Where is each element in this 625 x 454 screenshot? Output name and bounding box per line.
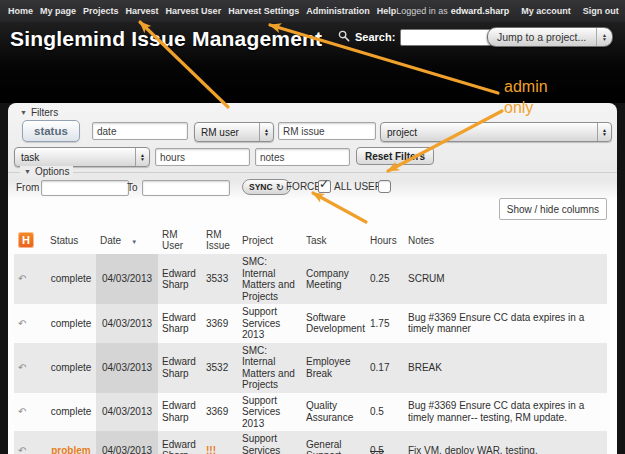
sync-button[interactable]: SYNC ↻ bbox=[242, 179, 291, 195]
cell-rm-user: Edward Sharp bbox=[158, 393, 202, 432]
column-header-date[interactable]: Date▼ bbox=[96, 226, 158, 254]
cell-project: Support Services 2013 bbox=[238, 304, 302, 343]
cell-rm-issue: 3369 bbox=[202, 304, 238, 343]
cell-rm-user: Edward Sharp bbox=[158, 254, 202, 304]
cell-hours: 0.5 bbox=[366, 431, 404, 454]
column-header-status[interactable]: Status bbox=[46, 226, 96, 254]
notes-filter-input[interactable] bbox=[255, 148, 350, 166]
cell-status: complete bbox=[46, 304, 96, 343]
row-sync-icon[interactable]: ↶ bbox=[18, 318, 26, 329]
cell-status: complete bbox=[46, 343, 96, 393]
filters-section-label: Filters bbox=[31, 107, 58, 118]
cell-project: SMC: Internal Matters and Projects bbox=[238, 254, 302, 304]
nav-administration[interactable]: Administration bbox=[306, 6, 370, 16]
nav-sign-out[interactable]: Sign out bbox=[583, 6, 619, 16]
show-hide-columns-button[interactable]: Show / hide columns bbox=[499, 198, 607, 220]
cell-project: Support Services 2013 bbox=[238, 431, 302, 454]
table-row[interactable]: ↶ complete 04/03/2013 Edward Sharp 3369 … bbox=[14, 304, 607, 343]
from-date-input[interactable] bbox=[41, 180, 129, 196]
page: Home My page Projects Harvest Harvest Us… bbox=[0, 0, 625, 454]
table-row[interactable]: ↶ complete 04/03/2013 Edward Sharp 3532 … bbox=[14, 343, 607, 393]
filters-section-toggle[interactable]: ▼ Filters bbox=[20, 107, 58, 118]
cell-status: problem bbox=[46, 431, 96, 454]
cell-task: Company Meeting bbox=[302, 254, 366, 304]
column-header-project[interactable]: Project bbox=[238, 226, 302, 254]
table-row[interactable]: ↶ complete 04/03/2013 Edward Sharp 3533 … bbox=[14, 254, 607, 304]
cell-task: General Support bbox=[302, 431, 366, 454]
cell-date: 04/03/2013 bbox=[96, 393, 158, 432]
nav-my-page[interactable]: My page bbox=[40, 6, 76, 16]
nav-harvest-user[interactable]: Harvest User bbox=[166, 6, 222, 16]
sync-refresh-icon: ↻ bbox=[276, 182, 284, 193]
select-arrows-icon: ▲▼ bbox=[596, 28, 612, 46]
nav-my-account[interactable]: My account bbox=[521, 6, 571, 16]
task-filter-select[interactable]: task ▲▼ bbox=[14, 147, 150, 167]
to-label: To bbox=[127, 182, 138, 193]
cell-date: 04/03/2013 bbox=[96, 304, 158, 343]
options-section-toggle[interactable]: ▼ Options bbox=[20, 166, 73, 177]
select-arrows-icon: ▲▼ bbox=[259, 123, 273, 141]
page-title: Singlemind Issue Management bbox=[10, 27, 322, 51]
nav-harvest-settings[interactable]: Harvest Settings bbox=[228, 6, 299, 16]
cell-rm-user: Edward Sharp bbox=[158, 304, 202, 343]
content-panel: ▼ Filters status RM user ▲▼ project ▲▼ t… bbox=[8, 103, 617, 454]
rm-user-filter-select[interactable]: RM user ▲▼ bbox=[194, 122, 274, 142]
logged-in-status: Logged in asedward.sharp bbox=[396, 6, 509, 16]
select-arrows-icon: ▲▼ bbox=[597, 123, 611, 141]
column-header-rm-issue[interactable]: RM Issue bbox=[202, 226, 238, 254]
hours-filter-input[interactable] bbox=[155, 148, 250, 166]
table-row[interactable]: ↶ problem 04/03/2013 Edward Sharp !!! Su… bbox=[14, 431, 607, 454]
nav-home[interactable]: Home bbox=[8, 6, 33, 16]
to-date-input[interactable] bbox=[142, 180, 230, 196]
cell-hours: 0.17 bbox=[366, 343, 404, 393]
jump-to-project-value: Jump to a project... bbox=[488, 31, 596, 43]
cell-project: SMC: Internal Matters and Projects bbox=[238, 343, 302, 393]
table-row[interactable]: ↶ complete 04/03/2013 Edward Sharp 3369 … bbox=[14, 393, 607, 432]
top-nav: Home My page Projects Harvest Harvest Us… bbox=[0, 0, 625, 22]
nav-harvest[interactable]: Harvest bbox=[126, 6, 159, 16]
project-filter-select[interactable]: project ▲▼ bbox=[380, 122, 612, 142]
nav-menu: Home My page Projects Harvest Harvest Us… bbox=[8, 6, 396, 16]
cell-rm-issue: 3369 bbox=[202, 393, 238, 432]
cell-hours: 0.5 bbox=[366, 393, 404, 432]
cell-rm-issue: !!! bbox=[202, 431, 238, 454]
date-filter-input[interactable] bbox=[92, 122, 188, 140]
time-entries-table: H Status Date▼ RM User RM Issue Project … bbox=[14, 226, 607, 454]
cell-project: Support Services 2013 bbox=[238, 393, 302, 432]
column-header-notes[interactable]: Notes bbox=[404, 226, 607, 254]
nav-projects[interactable]: Projects bbox=[83, 6, 119, 16]
sort-desc-icon: ▼ bbox=[131, 239, 137, 245]
column-header-rm-user[interactable]: RM User bbox=[158, 226, 202, 254]
cell-task: Quality Assurance bbox=[302, 393, 366, 432]
force-checkbox[interactable] bbox=[318, 180, 331, 193]
options-section-label: Options bbox=[35, 166, 69, 177]
column-header-task[interactable]: Task bbox=[302, 226, 366, 254]
cell-date: 04/03/2013 bbox=[96, 431, 158, 454]
cell-rm-user: Edward Sharp bbox=[158, 343, 202, 393]
jump-to-project-select[interactable]: Jump to a project... ▲▼ bbox=[487, 27, 613, 47]
row-sync-icon[interactable]: ↶ bbox=[18, 362, 26, 373]
from-label: From bbox=[16, 182, 39, 193]
row-sync-icon[interactable]: ↶ bbox=[18, 406, 26, 417]
row-sync-icon[interactable]: ↶ bbox=[18, 445, 26, 454]
reset-filters-button[interactable]: Reset Filters bbox=[356, 147, 434, 165]
all-users-checkbox[interactable] bbox=[378, 180, 391, 193]
nav-account-area: Logged in asedward.sharp My account Sign… bbox=[396, 6, 619, 16]
cell-status: complete bbox=[46, 393, 96, 432]
cell-task: Software Development bbox=[302, 304, 366, 343]
search-icon bbox=[338, 28, 350, 46]
column-header-hours[interactable]: Hours bbox=[366, 226, 404, 254]
options-divider bbox=[8, 172, 617, 173]
search-label: Search: bbox=[355, 31, 395, 43]
status-filter-button[interactable]: status bbox=[22, 120, 80, 142]
force-label: FORCE bbox=[286, 181, 321, 192]
cell-notes: Fix VM, deploy WAR, testing. bbox=[404, 431, 607, 454]
rm-issue-filter-input[interactable] bbox=[278, 122, 376, 140]
harvest-logo-icon[interactable]: H bbox=[18, 232, 34, 248]
row-sync-icon[interactable]: ↶ bbox=[18, 273, 26, 284]
nav-help[interactable]: Help bbox=[377, 6, 397, 16]
cell-rm-issue: 3533 bbox=[202, 254, 238, 304]
cell-notes: Bug #3369 Ensure CC data expires in a ti… bbox=[404, 393, 607, 432]
cell-notes: BREAK bbox=[404, 343, 607, 393]
table-header-row: H Status Date▼ RM User RM Issue Project … bbox=[14, 226, 607, 254]
